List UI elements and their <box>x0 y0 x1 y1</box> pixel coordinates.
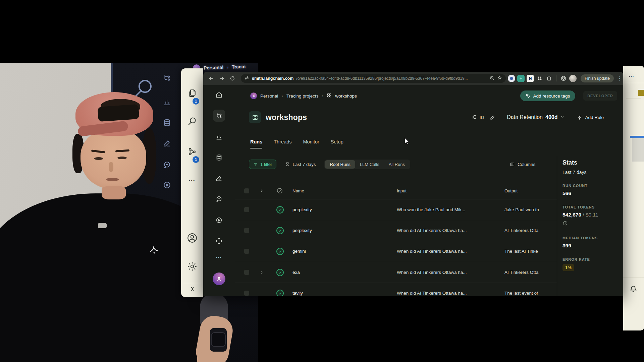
column-header-name[interactable]: Name <box>292 182 304 199</box>
run-input: When did AI Tinkerers Ottawa ha... <box>397 262 467 283</box>
presenter-eyebrow <box>91 149 105 153</box>
bell-icon[interactable] <box>628 283 638 294</box>
langsmith-app: ⋯ Personal <box>203 85 623 296</box>
sidebar-datasets-icon[interactable] <box>213 152 225 164</box>
shield-guard-icon[interactable] <box>560 75 567 82</box>
app-sidebar: ⋯ <box>203 85 235 296</box>
run-name[interactable]: gemini <box>292 241 306 261</box>
select-all-checkbox[interactable] <box>244 188 249 193</box>
sidebar-monitor-icon[interactable] <box>213 131 225 143</box>
sidebar-prompts-icon[interactable] <box>213 193 225 205</box>
project-grid-icon <box>327 93 332 99</box>
search-icon[interactable] <box>187 116 197 127</box>
extension-figures-icon[interactable] <box>536 75 543 82</box>
run-name[interactable]: perplexity <box>292 220 312 241</box>
presenter-eyebrow <box>115 149 129 153</box>
toolbar-divider <box>556 75 556 81</box>
add-resource-tags-label: Add resource tags <box>533 94 570 99</box>
extension-teal-icon[interactable] <box>517 75 525 82</box>
total-tokens-value: 542,670 / $0.11 <box>562 212 623 218</box>
stats-title: Stats <box>562 159 623 166</box>
presenter-sunglasses <box>98 104 140 122</box>
sidebar-tracing-icon[interactable] <box>213 110 225 122</box>
sidebar-playground-icon[interactable] <box>213 214 225 226</box>
bookmark-star-icon[interactable] <box>497 75 502 82</box>
forward-button[interactable] <box>217 74 226 83</box>
light-window-left-sidebar: 1 1 ⋯ <box>181 68 203 297</box>
total-tokens-number: 542,670 <box>562 212 581 218</box>
projected-breadcrumb-tracing: Tracin <box>232 64 246 69</box>
time-range-button[interactable]: Last 7 days <box>285 162 316 167</box>
tab-threads[interactable]: Threads <box>274 136 291 148</box>
divider <box>626 98 641 99</box>
breadcrumb-personal[interactable]: Personal <box>260 94 278 99</box>
run-name[interactable]: tavily <box>292 283 303 296</box>
more-icon[interactable]: ⋯ <box>629 73 635 79</box>
add-resource-tags-button[interactable]: Add resource tags <box>520 90 576 101</box>
expand-row-icon[interactable] <box>259 262 264 283</box>
expand-all-icon[interactable] <box>259 182 264 199</box>
sidebar-more-icon[interactable]: ⋯ <box>213 251 225 263</box>
add-rule-button[interactable]: Add Rule <box>577 115 604 120</box>
org-avatar[interactable] <box>250 93 257 99</box>
run-input: When did AI Tinkerers Ottawa ha... <box>397 283 467 296</box>
tab-runs[interactable]: Runs <box>250 136 262 148</box>
tab-setup[interactable]: Setup <box>331 136 343 148</box>
browser-menu-icon[interactable]: ⋮ <box>616 75 623 81</box>
chevron-down-icon <box>560 114 565 120</box>
row-checkbox[interactable] <box>244 291 249 296</box>
browser-profile-avatar[interactable] <box>569 75 577 82</box>
back-button[interactable] <box>207 74 215 83</box>
user-avatar[interactable] <box>213 273 225 285</box>
column-header-input[interactable]: Input <box>397 182 407 199</box>
hourglass-icon <box>285 162 290 167</box>
smartwatch-face <box>211 332 226 347</box>
edit-title-button[interactable] <box>490 115 495 120</box>
run-name[interactable]: perplexity <box>292 199 312 220</box>
extension-clipboard-icon[interactable] <box>545 75 553 82</box>
info-icon[interactable] <box>562 221 623 227</box>
finish-update-button[interactable]: Finish update <box>581 74 614 82</box>
developer-badge: DEVELOPER <box>583 91 617 101</box>
run-input: When did AI Tinkerers Ottawa ha... <box>397 241 467 261</box>
column-header-output[interactable]: Output <box>504 182 518 199</box>
segment-all-runs[interactable]: All Runs <box>384 160 410 169</box>
extension-notion-icon[interactable]: N <box>527 75 534 82</box>
site-settings-icon[interactable] <box>244 75 249 82</box>
mouse-cursor <box>405 137 411 145</box>
sidebar-deployments-icon[interactable] <box>213 235 225 247</box>
collapse-icon[interactable] <box>188 285 196 294</box>
row-checkbox[interactable] <box>244 207 249 212</box>
copy-id-button[interactable]: ID <box>472 115 484 120</box>
user-circle-icon[interactable] <box>186 232 198 245</box>
url-bar[interactable]: smith.langchain.com /o/e91a22ac-0a54-4d4… <box>241 74 506 83</box>
data-retention-dropdown[interactable]: Data Retention 400d <box>507 114 565 120</box>
run-output: The last AI Tinke <box>504 241 538 261</box>
projected-breadcrumb-personal: Personal <box>204 65 224 71</box>
run-count-label: RUN COUNT <box>562 184 623 188</box>
filter-count-button[interactable]: 1 filter <box>249 160 276 169</box>
segment-root-runs[interactable]: Root Runs <box>325 160 355 169</box>
settings-gear-icon[interactable] <box>187 261 198 273</box>
row-checkbox[interactable] <box>244 228 249 233</box>
run-name[interactable]: exa <box>292 262 300 283</box>
run-output: The last event of <box>504 283 538 296</box>
segment-llm-calls[interactable]: LLM Calls <box>355 160 384 169</box>
run-count-value: 566 <box>562 190 623 196</box>
search-tabs-icon[interactable] <box>489 75 494 82</box>
tab-monitor[interactable]: Monitor <box>303 136 319 148</box>
breadcrumb-workshops[interactable]: workshops <box>335 94 357 99</box>
more-icon[interactable]: ⋯ <box>189 176 196 184</box>
projected-breadcrumb-separator: › <box>227 64 228 70</box>
extension-password-icon[interactable] <box>508 75 515 82</box>
row-checkbox[interactable] <box>244 249 249 254</box>
success-status-icon <box>276 227 284 234</box>
reload-button[interactable] <box>228 74 237 83</box>
project-grid-icon <box>249 111 261 123</box>
row-checkbox[interactable] <box>244 270 249 275</box>
columns-button[interactable]: Columns <box>510 162 535 167</box>
filter-count-label: 1 filter <box>260 162 272 167</box>
sidebar-annotation-icon[interactable] <box>213 172 225 184</box>
breadcrumb-tracing-projects[interactable]: Tracing projects <box>286 94 319 99</box>
sidebar-home-icon[interactable] <box>213 89 225 101</box>
